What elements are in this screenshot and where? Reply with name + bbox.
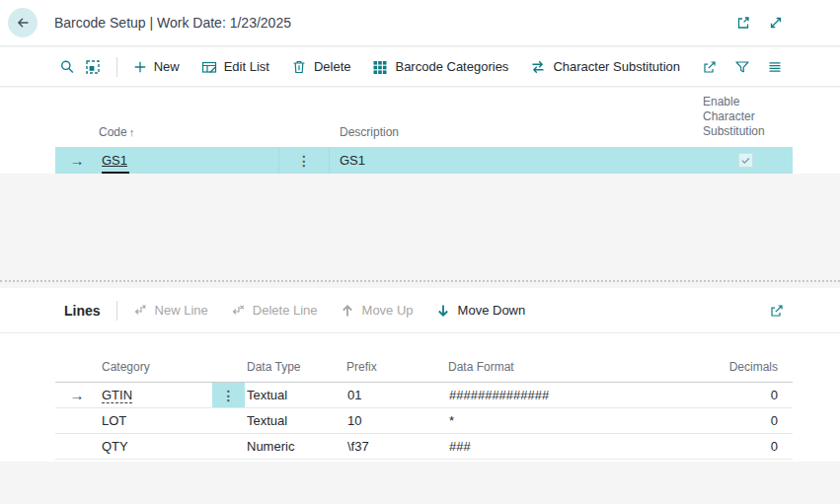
lines-part-title: Lines xyxy=(64,303,101,319)
search-icon xyxy=(59,59,75,75)
data-type-cell[interactable]: Textual xyxy=(245,383,344,407)
category-cell[interactable]: GTIN xyxy=(102,388,132,403)
column-header-decimals[interactable]: Decimals xyxy=(691,360,782,374)
prefix-cell[interactable]: 01 xyxy=(344,383,446,407)
code-cell-link[interactable]: GS1 xyxy=(102,153,127,168)
lines-share-button[interactable] xyxy=(769,303,785,319)
lines-toolbar-divider xyxy=(116,301,117,321)
delete-line-button: Delete Line xyxy=(230,303,318,319)
column-header-category[interactable]: Category xyxy=(99,360,212,374)
data-format-cell[interactable]: * xyxy=(446,408,691,433)
page-title: Barcode Setup | Work Date: 1/23/2025 xyxy=(54,15,291,31)
open-in-new-window-icon[interactable] xyxy=(735,15,751,31)
lines-row-gtin[interactable]: → GTIN ⋮ Textual 01 ############## 0 xyxy=(55,383,793,408)
new-line-button: New Line xyxy=(132,303,208,319)
description-cell[interactable]: GS1 xyxy=(330,147,679,174)
barcode-setup-page: Barcode Setup | Work Date: 1/23/2025 xyxy=(0,0,840,504)
category-cell[interactable]: QTY xyxy=(99,434,212,459)
share-icon[interactable] xyxy=(702,59,718,75)
barcode-list: Code↑ Description Enable Character Subst… xyxy=(0,88,840,174)
expand-icon[interactable] xyxy=(768,15,784,31)
move-down-button[interactable]: Move Down xyxy=(435,303,526,319)
row-options-ellipsis-icon[interactable]: ⋮ xyxy=(297,154,311,168)
filter-icon[interactable] xyxy=(734,59,750,75)
lines-header-row: Category Data Type Prefix Data Format De… xyxy=(55,333,793,383)
character-substitution-button[interactable]: Character Substitution xyxy=(530,59,680,75)
row-options-ellipsis-icon[interactable]: ⋮ xyxy=(222,389,236,402)
menu-icon[interactable] xyxy=(767,59,783,75)
move-up-button: Move Up xyxy=(340,303,414,319)
toolbar-divider xyxy=(116,57,117,77)
plus-icon xyxy=(133,60,147,74)
decimals-cell[interactable]: 0 xyxy=(691,434,782,459)
move-up-icon xyxy=(340,303,355,319)
decimals-cell[interactable]: 0 xyxy=(691,408,782,433)
command-bar: New Edit List Delete xyxy=(0,47,840,87)
column-header-description[interactable]: Description xyxy=(330,125,679,139)
new-button[interactable]: New xyxy=(133,59,180,74)
sort-ascending-icon: ↑ xyxy=(129,126,135,138)
analyze-icon xyxy=(85,59,101,75)
lines-row-lot[interactable]: LOT Textual 10 * 0 xyxy=(55,408,793,434)
column-header-data-format[interactable]: Data Format xyxy=(446,360,691,374)
lines-part: Lines New Line Delete Line xyxy=(0,288,840,462)
current-row-arrow-icon: → xyxy=(70,387,85,403)
lines-row-qty[interactable]: QTY Numeric \f37 ### 0 xyxy=(55,434,793,460)
column-header-code[interactable]: Code↑ xyxy=(99,125,278,139)
trash-icon xyxy=(291,59,307,75)
data-format-cell[interactable]: ############## xyxy=(446,383,691,407)
grid-icon xyxy=(372,59,388,75)
back-arrow-icon xyxy=(15,15,31,31)
prefix-cell[interactable]: \f37 xyxy=(344,434,446,459)
edit-list-button[interactable]: Edit List xyxy=(201,59,269,75)
column-header-prefix[interactable]: Prefix xyxy=(344,360,446,374)
data-format-cell[interactable]: ### xyxy=(446,434,691,459)
new-line-icon xyxy=(132,303,148,319)
lines-toolbar: Lines New Line Delete Line xyxy=(0,288,840,333)
decimals-cell[interactable]: 0 xyxy=(691,383,782,407)
data-type-cell[interactable]: Numeric xyxy=(245,434,344,459)
enable-character-substitution-checkbox xyxy=(738,153,753,168)
cell-focus-indicator xyxy=(102,172,129,174)
pane-splitter[interactable] xyxy=(0,280,840,282)
current-row-arrow-icon: → xyxy=(70,152,85,169)
column-header-enable-character-substitution[interactable]: Enable Character Substitution xyxy=(679,95,760,139)
page-header: Barcode Setup | Work Date: 1/23/2025 xyxy=(0,0,840,46)
category-cell[interactable]: LOT xyxy=(99,408,212,433)
data-type-cell[interactable]: Textual xyxy=(245,408,344,433)
move-down-icon xyxy=(435,303,451,319)
barcode-list-selected-row[interactable]: → GS1 ⋮ GS1 xyxy=(55,147,793,174)
barcode-list-header-row: Code↑ Description Enable Character Subst… xyxy=(55,88,793,147)
delete-line-icon xyxy=(230,303,246,319)
share-icon xyxy=(769,303,785,319)
delete-button[interactable]: Delete xyxy=(291,59,351,75)
prefix-cell[interactable]: 10 xyxy=(344,408,446,433)
analyze-button[interactable] xyxy=(85,59,101,75)
edit-list-icon xyxy=(201,59,217,75)
swap-arrows-icon xyxy=(530,59,546,75)
search-button[interactable] xyxy=(59,59,75,75)
check-icon xyxy=(740,155,751,166)
back-button[interactable] xyxy=(8,8,38,37)
column-header-data-type[interactable]: Data Type xyxy=(245,360,344,374)
barcode-categories-button[interactable]: Barcode Categories xyxy=(372,59,508,75)
